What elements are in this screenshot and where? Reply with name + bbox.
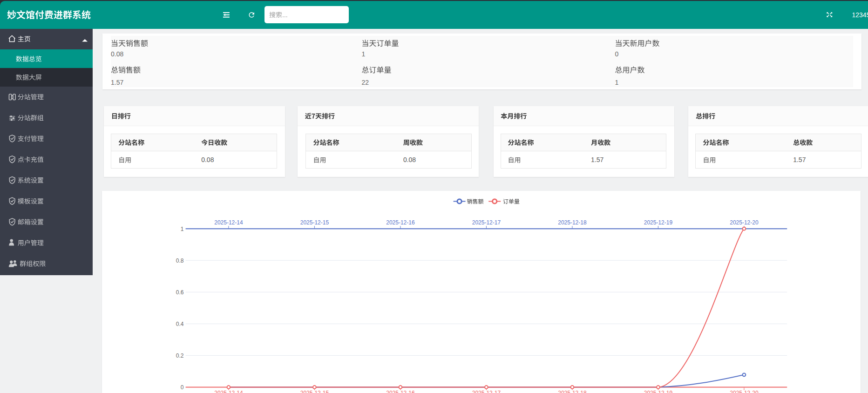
svg-text:2025-12-16: 2025-12-16 bbox=[386, 390, 415, 393]
svg-text:2025-12-15: 2025-12-15 bbox=[300, 219, 329, 226]
svg-text:0.8: 0.8 bbox=[176, 257, 184, 264]
svg-text:2025-12-18: 2025-12-18 bbox=[558, 219, 587, 226]
svg-text:2025-12-19: 2025-12-19 bbox=[644, 390, 673, 393]
svg-text:2025-12-17: 2025-12-17 bbox=[472, 219, 501, 226]
svg-text:2025-12-15: 2025-12-15 bbox=[300, 390, 329, 393]
svg-text:2025-12-20: 2025-12-20 bbox=[730, 219, 759, 226]
svg-text:0: 0 bbox=[181, 384, 184, 391]
svg-text:2025-12-19: 2025-12-19 bbox=[644, 219, 673, 226]
svg-text:0.6: 0.6 bbox=[176, 289, 184, 296]
svg-text:2025-12-14: 2025-12-14 bbox=[214, 219, 243, 226]
svg-text:2025-12-17: 2025-12-17 bbox=[472, 390, 501, 393]
svg-text:0.4: 0.4 bbox=[176, 321, 184, 327]
svg-text:0.2: 0.2 bbox=[176, 352, 184, 359]
svg-text:1: 1 bbox=[181, 226, 184, 232]
svg-text:2025-12-20: 2025-12-20 bbox=[730, 390, 759, 393]
svg-text:2025-12-14: 2025-12-14 bbox=[214, 390, 243, 393]
svg-text:2025-12-18: 2025-12-18 bbox=[558, 390, 587, 393]
svg-text:2025-12-16: 2025-12-16 bbox=[386, 219, 415, 226]
